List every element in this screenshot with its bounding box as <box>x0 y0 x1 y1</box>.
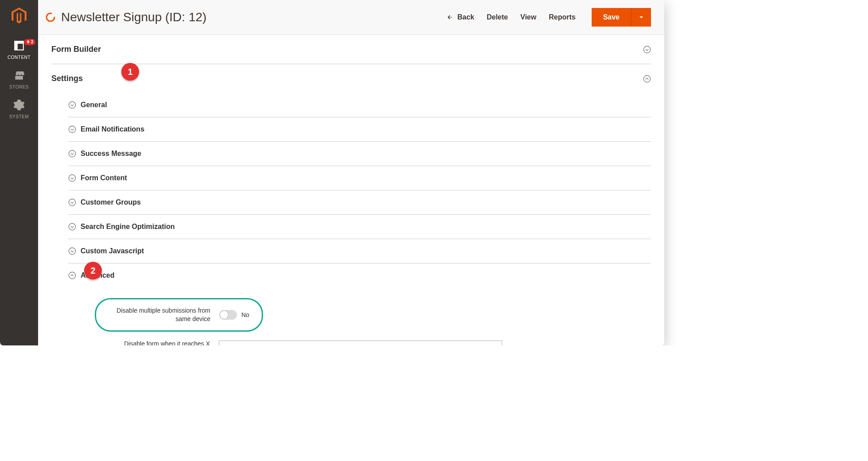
settings-subsections: General Email Notifications Success Mess… <box>51 93 651 345</box>
nav-content-label: CONTENT <box>0 55 38 60</box>
section-settings[interactable]: Settings <box>51 64 651 93</box>
toggle-track[interactable] <box>219 310 237 320</box>
svg-point-13 <box>69 272 75 279</box>
svg-rect-2 <box>15 41 18 50</box>
caret-down-icon <box>639 15 644 20</box>
view-button[interactable]: View <box>520 13 536 21</box>
sub-general[interactable]: General <box>68 93 651 117</box>
sub-success-message[interactable]: Success Message <box>68 142 651 166</box>
row-disable-multiple: Disable multiple submissions from same d… <box>95 298 651 332</box>
page-header: Newsletter Signup (ID: 12) Back Delete V… <box>38 0 664 35</box>
content-area: Form Builder Settings General Email <box>38 35 664 345</box>
nav-stores-label: STORES <box>0 85 38 89</box>
highlight-oval: Disable multiple submissions from same d… <box>95 298 263 332</box>
chevron-up-icon <box>643 75 651 83</box>
chevron-down-icon <box>68 101 76 109</box>
sub-form-content-label: Form Content <box>81 174 127 182</box>
sub-custom-js[interactable]: Custom Javascript <box>68 239 651 263</box>
save-button[interactable]: Save <box>592 8 631 27</box>
main-area: 1 2 Newsletter Signup (ID: 12) Back Dele… <box>38 0 664 345</box>
sub-email-notifications-label: Email Notifications <box>81 125 144 133</box>
page-title: Newsletter Signup (ID: 12) <box>61 10 442 24</box>
sub-advanced[interactable]: Advanced <box>68 263 651 287</box>
toggle-thumb <box>220 311 228 319</box>
nav-system-label: SYSTEM <box>0 114 38 119</box>
limit-submissions-input[interactable] <box>219 341 502 345</box>
magento-logo[interactable] <box>10 5 28 27</box>
gear-icon <box>0 99 38 112</box>
save-dropdown-button[interactable] <box>631 8 651 27</box>
chevron-down-icon <box>68 247 76 255</box>
chevron-down-icon <box>68 125 76 133</box>
chevron-down-icon <box>68 198 76 206</box>
nav-stores[interactable]: STORES <box>0 66 38 96</box>
sub-seo[interactable]: Search Engine Optimization <box>68 215 651 239</box>
svg-point-6 <box>69 101 75 108</box>
sub-customer-groups-label: Customer Groups <box>81 198 141 206</box>
sub-success-message-label: Success Message <box>81 150 141 158</box>
notification-count: 3 <box>31 39 33 45</box>
chevron-down-icon <box>68 223 76 231</box>
section-settings-title: Settings <box>51 74 83 83</box>
sub-form-content[interactable]: Form Content <box>68 166 651 190</box>
delete-button[interactable]: Delete <box>487 13 508 21</box>
nav-system[interactable]: SYSTEM <box>0 96 38 125</box>
svg-point-8 <box>69 150 75 157</box>
section-form-builder-title: Form Builder <box>51 45 101 54</box>
admin-sidebar: CONTENT 3 STORES SYSTEM <box>0 0 38 345</box>
header-actions: Back Delete View Reports Save <box>446 8 651 27</box>
sub-general-label: General <box>81 101 107 109</box>
svg-point-12 <box>69 248 75 254</box>
annotation-2: 2 <box>84 262 102 279</box>
chevron-down-icon <box>68 174 76 182</box>
svg-point-5 <box>643 75 650 82</box>
chevron-up-icon <box>68 271 76 279</box>
chevron-down-icon <box>68 150 76 158</box>
notification-badge[interactable]: 3 <box>24 39 35 45</box>
disable-multiple-label: Disable multiple submissions from same d… <box>102 306 219 323</box>
section-form-builder[interactable]: Form Builder <box>51 35 651 64</box>
annotation-1: 1 <box>121 63 139 81</box>
chevron-down-icon <box>643 46 651 54</box>
limit-submissions-label: Disable form when it reaches X submissio… <box>95 340 219 345</box>
toggle-value: No <box>241 311 249 318</box>
sub-seo-label: Search Engine Optimization <box>81 223 174 231</box>
nav-content[interactable]: CONTENT 3 <box>0 36 38 66</box>
disable-multiple-toggle[interactable]: No <box>219 310 249 320</box>
svg-point-10 <box>69 199 75 205</box>
svg-point-9 <box>69 174 75 181</box>
sub-customer-groups[interactable]: Customer Groups <box>68 190 651 215</box>
svg-point-11 <box>69 223 75 230</box>
row-limit-submissions: Disable form when it reaches X submissio… <box>95 340 651 345</box>
sub-email-notifications[interactable]: Email Notifications <box>68 117 651 142</box>
svg-point-3 <box>46 13 54 21</box>
advanced-form: Disable multiple submissions from same d… <box>68 287 651 345</box>
sub-custom-js-label: Custom Javascript <box>81 247 144 255</box>
back-button[interactable]: Back <box>446 13 474 21</box>
svg-point-4 <box>643 46 650 53</box>
save-button-group: Save <box>592 8 651 27</box>
reports-button[interactable]: Reports <box>549 13 575 21</box>
svg-point-7 <box>69 126 75 132</box>
spinner-icon <box>45 12 56 23</box>
stores-icon <box>0 70 38 83</box>
arrow-left-icon <box>446 14 454 20</box>
